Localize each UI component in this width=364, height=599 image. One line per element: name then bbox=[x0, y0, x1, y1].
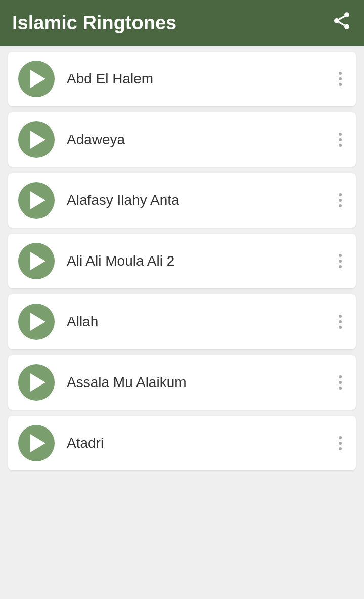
svg-point-0 bbox=[344, 12, 349, 17]
list-item: Allah bbox=[8, 294, 356, 349]
dot-icon bbox=[339, 72, 342, 75]
svg-line-3 bbox=[339, 22, 344, 26]
dot-icon bbox=[339, 254, 342, 257]
play-icon bbox=[30, 373, 46, 392]
dot-icon bbox=[339, 199, 342, 202]
more-options-button-5[interactable] bbox=[335, 311, 346, 333]
ringtone-title: Abd El Halem bbox=[67, 71, 335, 87]
play-button-1[interactable] bbox=[18, 61, 55, 97]
ringtone-title: Assala Mu Alaikum bbox=[67, 374, 335, 391]
play-icon bbox=[30, 70, 46, 88]
dot-icon bbox=[339, 315, 342, 318]
play-icon bbox=[30, 434, 46, 452]
svg-line-4 bbox=[339, 16, 344, 20]
dot-icon bbox=[339, 375, 342, 378]
dot-icon bbox=[339, 447, 342, 450]
dot-icon bbox=[339, 442, 342, 445]
app-header: Islamic Ringtones bbox=[0, 0, 364, 46]
play-icon bbox=[30, 191, 46, 209]
more-options-button-1[interactable] bbox=[335, 68, 346, 90]
dot-icon bbox=[339, 265, 342, 268]
dot-icon bbox=[339, 83, 342, 86]
ringtone-title: Ali Ali Moula Ali 2 bbox=[67, 253, 335, 269]
ringtone-title: Adaweya bbox=[67, 132, 335, 148]
dot-icon bbox=[339, 77, 342, 80]
list-item: Adaweya bbox=[8, 112, 356, 167]
play-button-6[interactable] bbox=[18, 364, 55, 401]
svg-point-2 bbox=[344, 24, 349, 29]
dot-icon bbox=[339, 144, 342, 147]
list-item: Assala Mu Alaikum bbox=[8, 355, 356, 410]
app-title: Islamic Ringtones bbox=[12, 12, 176, 34]
dot-icon bbox=[339, 193, 342, 196]
play-button-4[interactable] bbox=[18, 243, 55, 279]
dot-icon bbox=[339, 133, 342, 136]
play-button-5[interactable] bbox=[18, 304, 55, 340]
dot-icon bbox=[339, 381, 342, 384]
ringtone-title: Allah bbox=[67, 314, 335, 330]
more-options-button-4[interactable] bbox=[335, 250, 346, 272]
dot-icon bbox=[339, 260, 342, 263]
more-options-button-7[interactable] bbox=[335, 432, 346, 454]
play-icon bbox=[30, 252, 46, 270]
svg-point-1 bbox=[334, 18, 339, 23]
dot-icon bbox=[339, 387, 342, 390]
play-button-2[interactable] bbox=[18, 121, 55, 158]
dot-icon bbox=[339, 326, 342, 329]
list-item: Atadri bbox=[8, 416, 356, 470]
dot-icon bbox=[339, 204, 342, 207]
play-button-3[interactable] bbox=[18, 182, 55, 219]
play-icon bbox=[30, 313, 46, 331]
more-options-button-2[interactable] bbox=[335, 129, 346, 151]
play-button-7[interactable] bbox=[18, 425, 55, 461]
list-item: Ali Ali Moula Ali 2 bbox=[8, 234, 356, 288]
more-options-button-3[interactable] bbox=[335, 189, 346, 211]
more-options-button-6[interactable] bbox=[335, 371, 346, 394]
ringtone-title: Atadri bbox=[67, 435, 335, 451]
ringtone-list: Abd El Halem Adaweya Alafasy Ilahy Anta bbox=[0, 46, 364, 477]
share-icon bbox=[332, 11, 352, 31]
list-item: Abd El Halem bbox=[8, 52, 356, 106]
dot-icon bbox=[339, 320, 342, 323]
play-icon bbox=[30, 131, 46, 149]
ringtone-title: Alafasy Ilahy Anta bbox=[67, 192, 335, 208]
dot-icon bbox=[339, 436, 342, 439]
list-item: Alafasy Ilahy Anta bbox=[8, 173, 356, 228]
dot-icon bbox=[339, 138, 342, 141]
share-button[interactable] bbox=[332, 11, 352, 35]
